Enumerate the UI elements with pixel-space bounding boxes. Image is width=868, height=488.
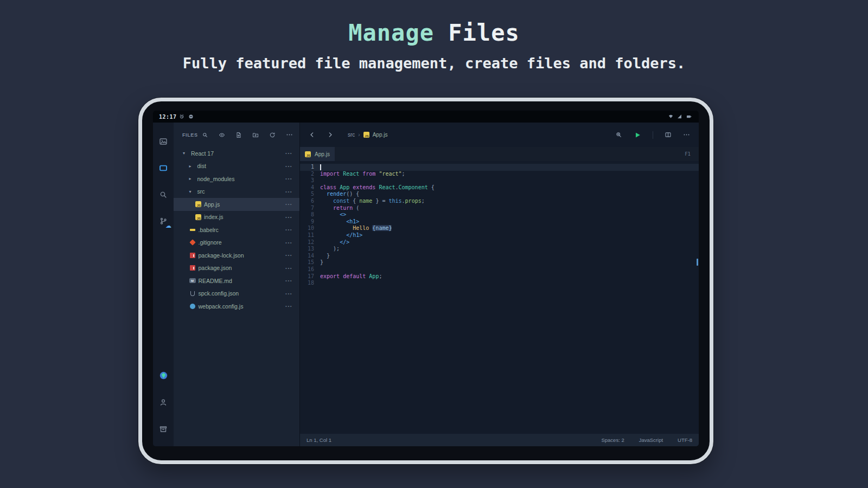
new-file-icon[interactable] bbox=[235, 132, 242, 138]
code-line-5[interactable]: 5 render() { bbox=[300, 191, 699, 198]
code-area[interactable]: 1 2 import React from "react"; 3 4 class… bbox=[300, 161, 699, 434]
breadcrumb-folder[interactable]: src bbox=[348, 132, 355, 138]
tree-item-package-json[interactable]: package.json ••• bbox=[174, 262, 299, 275]
status-right-group: Spaces: 2 JavaScript UTF-8 bbox=[601, 437, 692, 443]
dnd-icon bbox=[188, 114, 194, 119]
code-line-2[interactable]: 2 import React from "react"; bbox=[300, 171, 699, 178]
sponsor-icon[interactable] bbox=[153, 362, 174, 389]
code-line-9[interactable]: 9 <h1> bbox=[300, 219, 699, 226]
file-tree: ▾React 17 ••• ▸dist ••• ▸node_modules ••… bbox=[174, 147, 299, 446]
tab-appjs[interactable]: JS App.js bbox=[300, 147, 335, 161]
item-menu-icon[interactable]: ••• bbox=[285, 304, 299, 309]
code-line-11[interactable]: 11 </h1> bbox=[300, 232, 699, 239]
tree-item-src[interactable]: ▾src ••• bbox=[174, 185, 299, 198]
split-view-icon[interactable] bbox=[665, 131, 672, 138]
refresh-icon[interactable] bbox=[269, 132, 276, 138]
tree-item-package-lock-json[interactable]: package-lock.json ••• bbox=[174, 249, 299, 262]
more-icon[interactable] bbox=[286, 131, 293, 138]
item-menu-icon[interactable]: ••• bbox=[285, 189, 299, 194]
run-icon[interactable] bbox=[634, 131, 641, 139]
code-line-8[interactable]: 8 <> bbox=[300, 211, 699, 219]
tablet-screen: 12:17 ☁ FILES ▾React 17 ••• ▸dist ••• ▸n… bbox=[153, 111, 699, 446]
language-mode[interactable]: JavaScript bbox=[639, 437, 663, 443]
code-line-3[interactable]: 3 bbox=[300, 177, 699, 184]
js-file-icon: JS bbox=[363, 132, 369, 138]
editor-toolbar: src › JSApp.js bbox=[300, 123, 699, 147]
page-title: Manage Files bbox=[0, 20, 868, 46]
indentation-setting[interactable]: Spaces: 2 bbox=[601, 437, 624, 443]
code-line-1[interactable]: 1 bbox=[300, 164, 699, 171]
code-line-10[interactable]: 10 Hello {name} bbox=[300, 225, 699, 232]
code-text bbox=[314, 177, 320, 184]
item-menu-icon[interactable]: ••• bbox=[285, 253, 299, 258]
storage-icon[interactable] bbox=[153, 415, 174, 442]
js-file-icon: JS bbox=[305, 151, 311, 157]
item-menu-icon[interactable]: ••• bbox=[285, 176, 299, 181]
tree-item--gitignore[interactable]: .gitignore ••• bbox=[174, 236, 299, 249]
spck-config-file-icon bbox=[189, 291, 196, 297]
item-menu-icon[interactable]: ••• bbox=[285, 164, 299, 169]
code-line-16[interactable]: 16 bbox=[300, 266, 699, 273]
page-title-rest: Files bbox=[448, 20, 519, 46]
tree-item-node-modules[interactable]: ▸node_modules ••• bbox=[174, 172, 299, 185]
account-icon[interactable] bbox=[153, 389, 174, 415]
tree-item-app-js[interactable]: JSApp.js ••• bbox=[174, 198, 299, 211]
code-text: ); bbox=[314, 246, 340, 253]
tree-item-dist[interactable]: ▸dist ••• bbox=[174, 160, 299, 173]
encoding-setting[interactable]: UTF-8 bbox=[678, 437, 692, 443]
back-icon[interactable] bbox=[309, 131, 316, 138]
projects-icon[interactable] bbox=[153, 128, 174, 155]
search-files-icon[interactable] bbox=[153, 181, 174, 208]
npm-file-icon bbox=[189, 265, 196, 271]
item-menu-icon[interactable]: ••• bbox=[285, 266, 299, 271]
item-menu-icon[interactable]: ••• bbox=[285, 151, 299, 156]
cursor-position[interactable]: Ln 1, Col 1 bbox=[307, 437, 331, 443]
tree-item--babelrc[interactable]: .babelrc ••• bbox=[174, 223, 299, 236]
line-number: 7 bbox=[300, 205, 314, 212]
code-text: } bbox=[314, 259, 323, 266]
wifi-icon bbox=[668, 114, 674, 119]
line-number: 10 bbox=[300, 225, 314, 232]
editor-status-bar: Ln 1, Col 1 Spaces: 2 JavaScript UTF-8 bbox=[300, 434, 699, 446]
tree-item-index-js[interactable]: JSindex.js ••• bbox=[174, 211, 299, 224]
code-line-6[interactable]: 6 const { name } = this.props; bbox=[300, 198, 699, 205]
code-line-4[interactable]: 4 class App extends React.Component { bbox=[300, 184, 699, 191]
tree-item-spck-config-json[interactable]: spck.config.json ••• bbox=[174, 287, 299, 300]
activity-bar: ☁ bbox=[153, 123, 174, 446]
code-line-18[interactable]: 18 bbox=[300, 280, 699, 287]
item-menu-icon[interactable]: ••• bbox=[285, 202, 299, 207]
code-text: <h1> bbox=[314, 219, 359, 226]
editor-view-icon[interactable] bbox=[153, 155, 174, 181]
item-menu-icon[interactable]: ••• bbox=[285, 227, 299, 232]
new-folder-icon[interactable] bbox=[252, 132, 259, 138]
code-line-14[interactable]: 14 } bbox=[300, 253, 699, 260]
code-line-17[interactable]: 17 export default App; bbox=[300, 273, 699, 280]
status-bar-left-icons bbox=[179, 114, 194, 119]
item-menu-icon[interactable]: ••• bbox=[285, 278, 299, 283]
eye-icon[interactable] bbox=[219, 132, 225, 138]
code-text: </> bbox=[314, 239, 349, 246]
code-line-7[interactable]: 7 return ( bbox=[300, 205, 699, 212]
line-number: 9 bbox=[300, 219, 314, 226]
tree-item-label: React 17 bbox=[191, 150, 214, 157]
breadcrumb-file[interactable]: JSApp.js bbox=[363, 132, 388, 138]
item-menu-icon[interactable]: ••• bbox=[285, 291, 299, 296]
tree-item-label: package.json bbox=[199, 265, 232, 271]
forward-icon[interactable] bbox=[327, 131, 334, 138]
code-text: class App extends React.Component { bbox=[314, 184, 435, 191]
tree-item-readme-md[interactable]: MREADME.md ••• bbox=[174, 274, 299, 287]
tab-bar-right-label[interactable]: F1 bbox=[685, 151, 699, 157]
tree-item-webpack-config-js[interactable]: webpack.config.js ••• bbox=[174, 300, 299, 313]
item-menu-icon[interactable]: ••• bbox=[285, 240, 299, 245]
tree-item-label: App.js bbox=[204, 201, 220, 208]
item-menu-icon[interactable]: ••• bbox=[285, 215, 299, 220]
code-line-12[interactable]: 12 </> bbox=[300, 239, 699, 246]
zoom-icon[interactable] bbox=[615, 131, 622, 138]
code-line-15[interactable]: 15 } bbox=[300, 259, 699, 266]
search-icon[interactable] bbox=[202, 132, 208, 138]
more-icon[interactable] bbox=[683, 131, 690, 138]
code-line-13[interactable]: 13 ); bbox=[300, 246, 699, 253]
git-sync-icon[interactable]: ☁ bbox=[153, 208, 174, 234]
hero-section: Manage Files Fully featured file managem… bbox=[0, 20, 868, 72]
tree-item-react-17[interactable]: ▾React 17 ••• bbox=[174, 147, 299, 160]
